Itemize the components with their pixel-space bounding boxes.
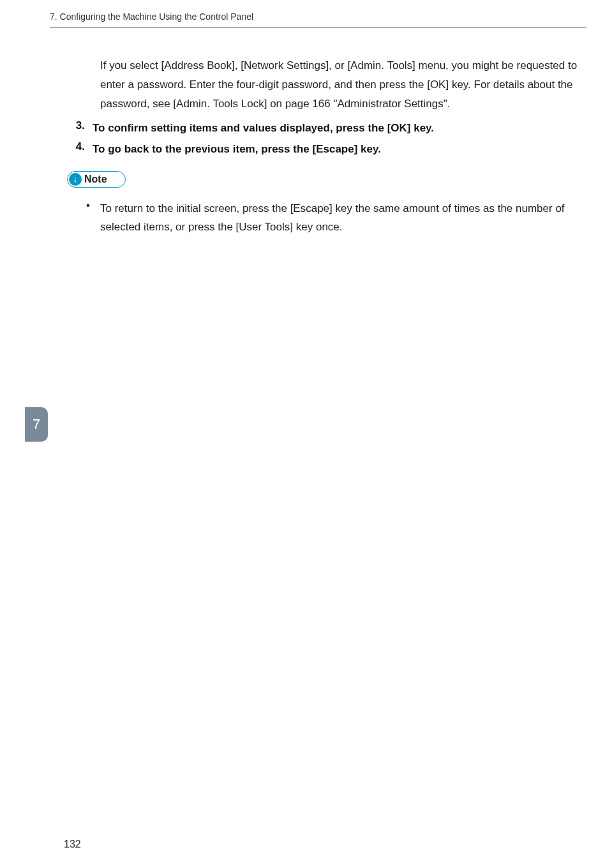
note-label: Note [84,174,107,185]
intro-paragraph-text: If you select [Address Book], [Network S… [100,59,577,110]
page-number-text: 132 [64,839,81,849]
step-text: To go back to the previous item, press t… [93,140,381,158]
step-number: 3. [67,119,93,137]
intro-paragraph: If you select [Address Book], [Network S… [100,56,586,113]
step-item-3: 3. To confirm setting items and values d… [67,119,586,137]
chapter-title-text: 7. Configuring the Machine Using the Con… [50,11,253,22]
chapter-side-tab: 7 [25,407,48,442]
step-text: To confirm setting items and values disp… [93,119,434,137]
chapter-header: 7. Configuring the Machine Using the Con… [50,11,253,22]
step-number: 4. [67,140,93,158]
note-icon-circle: ↓ [69,173,82,186]
down-arrow-icon: ↓ [73,175,78,183]
header-divider [50,27,586,27]
step-item-4: 4. To go back to the previous item, pres… [67,140,586,158]
page-number: 132 [64,839,81,850]
note-bullet-item: • To return to the initial screen, press… [86,199,586,237]
page-content: If you select [Address Book], [Network S… [67,56,586,237]
note-badge: ↓ Note [67,171,126,188]
note-bullet-text: To return to the initial screen, press t… [100,199,586,237]
side-tab-number: 7 [33,416,40,433]
bullet-mark: • [86,199,100,237]
